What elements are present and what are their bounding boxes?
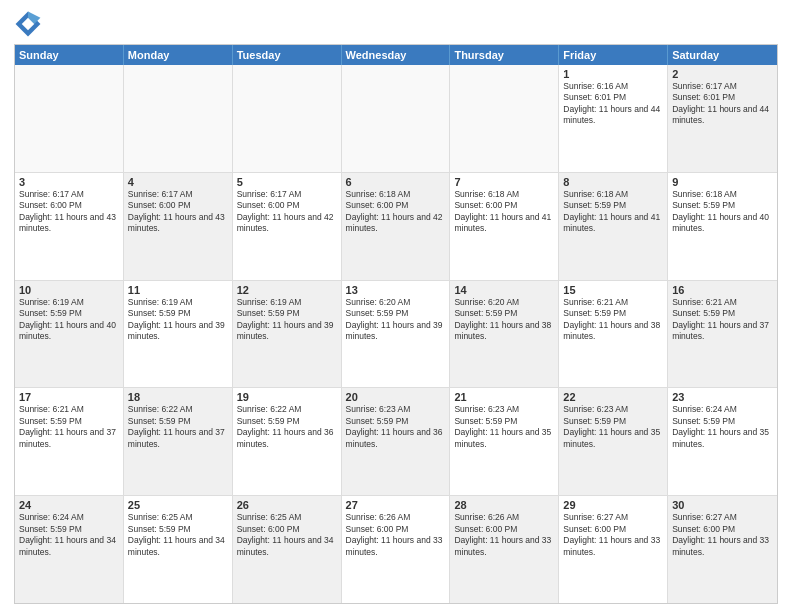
cell-info: Sunrise: 6:17 AM Sunset: 6:00 PM Dayligh… [128,189,228,235]
day-number: 27 [346,499,446,511]
cell-info: Sunrise: 6:18 AM Sunset: 5:59 PM Dayligh… [563,189,663,235]
day-number: 6 [346,176,446,188]
day-number: 1 [563,68,663,80]
calendar-cell: 13Sunrise: 6:20 AM Sunset: 5:59 PM Dayli… [342,281,451,388]
cell-info: Sunrise: 6:25 AM Sunset: 6:00 PM Dayligh… [237,512,337,558]
cell-info: Sunrise: 6:24 AM Sunset: 5:59 PM Dayligh… [672,404,773,450]
day-number: 7 [454,176,554,188]
calendar-row-1: 3Sunrise: 6:17 AM Sunset: 6:00 PM Daylig… [15,172,777,280]
calendar-row-0: 1Sunrise: 6:16 AM Sunset: 6:01 PM Daylig… [15,65,777,172]
cell-info: Sunrise: 6:18 AM Sunset: 5:59 PM Dayligh… [672,189,773,235]
calendar-cell: 3Sunrise: 6:17 AM Sunset: 6:00 PM Daylig… [15,173,124,280]
cell-info: Sunrise: 6:17 AM Sunset: 6:01 PM Dayligh… [672,81,773,127]
calendar-cell: 14Sunrise: 6:20 AM Sunset: 5:59 PM Dayli… [450,281,559,388]
day-number: 20 [346,391,446,403]
calendar-cell: 25Sunrise: 6:25 AM Sunset: 5:59 PM Dayli… [124,496,233,603]
cell-info: Sunrise: 6:27 AM Sunset: 6:00 PM Dayligh… [672,512,773,558]
header-day-thursday: Thursday [450,45,559,65]
calendar-cell: 20Sunrise: 6:23 AM Sunset: 5:59 PM Dayli… [342,388,451,495]
day-number: 13 [346,284,446,296]
cell-info: Sunrise: 6:27 AM Sunset: 6:00 PM Dayligh… [563,512,663,558]
cell-info: Sunrise: 6:19 AM Sunset: 5:59 PM Dayligh… [128,297,228,343]
calendar-cell: 24Sunrise: 6:24 AM Sunset: 5:59 PM Dayli… [15,496,124,603]
cell-info: Sunrise: 6:26 AM Sunset: 6:00 PM Dayligh… [346,512,446,558]
day-number: 26 [237,499,337,511]
cell-info: Sunrise: 6:20 AM Sunset: 5:59 PM Dayligh… [454,297,554,343]
cell-info: Sunrise: 6:22 AM Sunset: 5:59 PM Dayligh… [237,404,337,450]
day-number: 28 [454,499,554,511]
cell-info: Sunrise: 6:21 AM Sunset: 5:59 PM Dayligh… [672,297,773,343]
calendar-row-2: 10Sunrise: 6:19 AM Sunset: 5:59 PM Dayli… [15,280,777,388]
day-number: 30 [672,499,773,511]
calendar-cell: 22Sunrise: 6:23 AM Sunset: 5:59 PM Dayli… [559,388,668,495]
day-number: 25 [128,499,228,511]
calendar-cell: 9Sunrise: 6:18 AM Sunset: 5:59 PM Daylig… [668,173,777,280]
cell-info: Sunrise: 6:25 AM Sunset: 5:59 PM Dayligh… [128,512,228,558]
header-day-friday: Friday [559,45,668,65]
calendar-cell: 1Sunrise: 6:16 AM Sunset: 6:01 PM Daylig… [559,65,668,172]
day-number: 10 [19,284,119,296]
day-number: 22 [563,391,663,403]
calendar-cell: 26Sunrise: 6:25 AM Sunset: 6:00 PM Dayli… [233,496,342,603]
cell-info: Sunrise: 6:23 AM Sunset: 5:59 PM Dayligh… [563,404,663,450]
cell-info: Sunrise: 6:23 AM Sunset: 5:59 PM Dayligh… [346,404,446,450]
cell-info: Sunrise: 6:17 AM Sunset: 6:00 PM Dayligh… [237,189,337,235]
day-number: 29 [563,499,663,511]
calendar-row-4: 24Sunrise: 6:24 AM Sunset: 5:59 PM Dayli… [15,495,777,603]
calendar-cell: 15Sunrise: 6:21 AM Sunset: 5:59 PM Dayli… [559,281,668,388]
calendar-cell: 7Sunrise: 6:18 AM Sunset: 6:00 PM Daylig… [450,173,559,280]
calendar-cell: 17Sunrise: 6:21 AM Sunset: 5:59 PM Dayli… [15,388,124,495]
calendar-cell: 4Sunrise: 6:17 AM Sunset: 6:00 PM Daylig… [124,173,233,280]
calendar-cell: 11Sunrise: 6:19 AM Sunset: 5:59 PM Dayli… [124,281,233,388]
day-number: 18 [128,391,228,403]
header-day-wednesday: Wednesday [342,45,451,65]
day-number: 12 [237,284,337,296]
day-number: 24 [19,499,119,511]
calendar-body: 1Sunrise: 6:16 AM Sunset: 6:01 PM Daylig… [15,65,777,603]
page: SundayMondayTuesdayWednesdayThursdayFrid… [0,0,792,612]
cell-info: Sunrise: 6:26 AM Sunset: 6:00 PM Dayligh… [454,512,554,558]
day-number: 16 [672,284,773,296]
logo-icon [14,10,42,38]
calendar-header: SundayMondayTuesdayWednesdayThursdayFrid… [15,45,777,65]
calendar-cell: 16Sunrise: 6:21 AM Sunset: 5:59 PM Dayli… [668,281,777,388]
day-number: 23 [672,391,773,403]
calendar-cell: 28Sunrise: 6:26 AM Sunset: 6:00 PM Dayli… [450,496,559,603]
calendar-cell: 8Sunrise: 6:18 AM Sunset: 5:59 PM Daylig… [559,173,668,280]
cell-info: Sunrise: 6:16 AM Sunset: 6:01 PM Dayligh… [563,81,663,127]
cell-info: Sunrise: 6:21 AM Sunset: 5:59 PM Dayligh… [19,404,119,450]
cell-info: Sunrise: 6:24 AM Sunset: 5:59 PM Dayligh… [19,512,119,558]
header-day-saturday: Saturday [668,45,777,65]
header-day-sunday: Sunday [15,45,124,65]
cell-info: Sunrise: 6:20 AM Sunset: 5:59 PM Dayligh… [346,297,446,343]
day-number: 14 [454,284,554,296]
day-number: 9 [672,176,773,188]
calendar-cell: 19Sunrise: 6:22 AM Sunset: 5:59 PM Dayli… [233,388,342,495]
day-number: 11 [128,284,228,296]
day-number: 3 [19,176,119,188]
day-number: 5 [237,176,337,188]
cell-info: Sunrise: 6:17 AM Sunset: 6:00 PM Dayligh… [19,189,119,235]
calendar-cell [450,65,559,172]
cell-info: Sunrise: 6:19 AM Sunset: 5:59 PM Dayligh… [19,297,119,343]
day-number: 19 [237,391,337,403]
calendar-cell: 29Sunrise: 6:27 AM Sunset: 6:00 PM Dayli… [559,496,668,603]
calendar-cell: 30Sunrise: 6:27 AM Sunset: 6:00 PM Dayli… [668,496,777,603]
header-day-monday: Monday [124,45,233,65]
cell-info: Sunrise: 6:19 AM Sunset: 5:59 PM Dayligh… [237,297,337,343]
cell-info: Sunrise: 6:18 AM Sunset: 6:00 PM Dayligh… [346,189,446,235]
header-day-tuesday: Tuesday [233,45,342,65]
header [14,10,778,38]
calendar-cell: 27Sunrise: 6:26 AM Sunset: 6:00 PM Dayli… [342,496,451,603]
calendar-cell: 10Sunrise: 6:19 AM Sunset: 5:59 PM Dayli… [15,281,124,388]
calendar-row-3: 17Sunrise: 6:21 AM Sunset: 5:59 PM Dayli… [15,387,777,495]
cell-info: Sunrise: 6:21 AM Sunset: 5:59 PM Dayligh… [563,297,663,343]
calendar-cell [342,65,451,172]
calendar-cell: 5Sunrise: 6:17 AM Sunset: 6:00 PM Daylig… [233,173,342,280]
calendar-cell: 21Sunrise: 6:23 AM Sunset: 5:59 PM Dayli… [450,388,559,495]
calendar-cell [15,65,124,172]
day-number: 15 [563,284,663,296]
calendar-cell [124,65,233,172]
day-number: 21 [454,391,554,403]
day-number: 17 [19,391,119,403]
